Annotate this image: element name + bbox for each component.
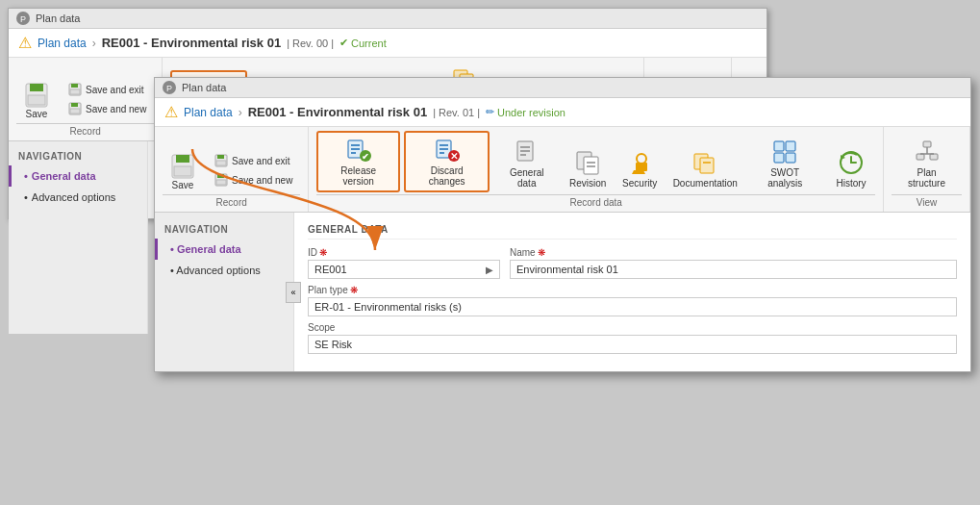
ribbon-record-items: Save Save and exit [16,62,154,121]
bottom-breadcrumb-root[interactable]: Plan data [184,106,233,119]
bottom-breadcrumb: ⚠ Plan data › RE001 - Environmental risk… [155,98,970,127]
save-new-button[interactable]: Save and new [64,100,150,117]
discard-changes-button[interactable]: ✕ Discard changes [404,131,490,192]
general-data-section-title: GENERAL DATA [308,224,957,240]
bottom-ribbon-save-small-group: Save and exit Save and new [207,148,300,192]
svg-rect-86 [917,154,924,160]
bottom-window: P Plan data ⚠ Plan data › RE001 - Enviro… [154,77,971,372]
bottom-general-data-button[interactable]: General data [493,135,560,192]
bottom-save-exit-icon [214,154,228,167]
discard-changes-icon: ✕ [434,137,461,164]
top-window-titlebar: P Plan data [9,9,766,29]
bottom-revision-button[interactable]: Revision [564,145,612,192]
save-new-icon [68,102,82,115]
top-nav-advanced[interactable]: • Advanced options [9,187,147,208]
release-version-icon: ✔ [345,137,372,164]
plantype-input[interactable]: ER-01 - Environmental risks (s) [308,297,957,316]
svg-text:P: P [166,84,172,93]
svg-rect-46 [176,155,189,163]
nav-dot-bottom-1: • [170,243,174,255]
warning-icon: ⚠ [18,34,32,52]
bottom-nav-general-data[interactable]: • General data [155,239,293,260]
svg-rect-53 [216,180,226,185]
bottom-documentation-button[interactable]: Documentation [667,145,742,192]
plantype-required-star: ❋ [350,285,358,295]
svg-rect-82 [786,153,795,163]
bottom-swot-button[interactable]: SWOT analysis [746,135,823,192]
form-field-id: ID ❋ RE001 ▶ [308,247,500,279]
discard-changes-label: Discard changes [412,165,482,187]
ribbon-record-label: Record [16,123,154,137]
bottom-save-large-icon [170,153,195,180]
bottom-history-button[interactable]: History [827,145,875,192]
top-breadcrumb: ⚠ Plan data › RE001 - Environmental risk… [9,29,766,58]
bottom-status-badge: ✏ Under revision [486,106,565,118]
svg-rect-9 [71,103,78,107]
svg-text:✕: ✕ [450,151,458,162]
top-nav-general-data[interactable]: • General data [9,165,147,187]
bottom-history-icon [838,149,865,176]
plan-icon: P [16,12,30,25]
bottom-security-button[interactable]: Security [616,145,664,192]
form-field-scope: Scope SE Risk [308,322,957,354]
bottom-general-data-label: General data [499,167,554,189]
bottom-plan-structure-icon [914,139,941,165]
svg-rect-77 [700,158,714,173]
bottom-window-body: NAVIGATION • General data • Advanced opt… [155,213,970,371]
status-check-icon: ✔ [339,37,348,49]
general-data-panel: GENERAL DATA ID ❋ RE001 ▶ Name [294,213,970,371]
svg-rect-79 [774,141,784,151]
release-version-button[interactable]: ✔ Release version [316,131,400,192]
name-input[interactable]: Environmental risk 01 [510,260,957,279]
svg-rect-7 [70,89,80,94]
save-exit-button[interactable]: Save and exit [64,81,148,98]
id-nav-arrow[interactable]: ▶ [486,265,493,275]
bottom-security-icon [626,149,653,176]
breadcrumb-sep: › [92,37,96,50]
name-label: Name ❋ [510,247,957,258]
bottom-nav-advanced[interactable]: • Advanced options [155,260,293,281]
bottom-save-new-button[interactable]: Save and new [211,171,296,189]
breadcrumb-page: RE001 - Environmental risk 01 [102,36,281,50]
bottom-save-button-label[interactable]: Save [172,180,194,190]
svg-rect-6 [71,84,78,88]
id-required-star: ❋ [319,247,327,258]
top-nav-title: NAVIGATION [9,147,147,165]
release-version-label: Release version [324,165,392,187]
bottom-revision-icon [574,149,601,176]
svg-point-74 [637,154,646,164]
breadcrumb-root[interactable]: Plan data [38,37,87,50]
bottom-ribbon-group-recorddata: ✔ Release version ✕ Discard changes [309,127,884,212]
bottom-breadcrumb-page: RE001 - Environmental risk 01 [248,105,427,119]
form-field-name: Name ❋ Environmental risk 01 [510,247,957,279]
form-field-plantype: Plan type ❋ ER-01 - Environmental risks … [308,285,957,316]
bottom-swot-icon [771,139,798,165]
form-row-scope: Scope SE Risk [308,322,957,354]
svg-rect-71 [584,157,598,174]
svg-text:P: P [20,14,26,24]
ribbon-group-record: Save Save and exit [9,58,163,140]
svg-rect-3 [30,84,43,91]
bottom-ribbon-record-items: Save Save and exit [163,131,300,192]
bottom-plan-structure-button[interactable]: Plan structure [892,135,962,192]
svg-rect-47 [174,166,191,176]
save-button-label[interactable]: Save [26,109,48,119]
id-input[interactable]: RE001 ▶ [308,260,500,279]
save-large-icon [24,82,49,109]
bottom-ribbon-record-label: Record [163,194,300,208]
bottom-security-label: Security [622,178,657,189]
breadcrumb-rev: | Rev. 00 | [287,38,334,49]
scope-input[interactable]: SE Risk [308,335,957,354]
plantype-label: Plan type ❋ [308,285,957,295]
bottom-nav-panel: NAVIGATION • General data • Advanced opt… [155,213,294,371]
bottom-general-data-icon [514,139,540,165]
pencil-icon: ✏ [486,106,494,118]
id-label: ID ❋ [308,247,500,258]
nav-collapse-button[interactable]: « [286,282,301,303]
ribbon-save-small-group: Save and exit Save and new [61,77,154,121]
name-required-star: ❋ [538,247,545,258]
plan-icon-bottom: P [163,81,176,94]
bottom-save-exit-button[interactable]: Save and exit [211,152,294,169]
bottom-ribbon-view-label: View [892,194,962,208]
nav-dot-1: • [24,170,28,182]
